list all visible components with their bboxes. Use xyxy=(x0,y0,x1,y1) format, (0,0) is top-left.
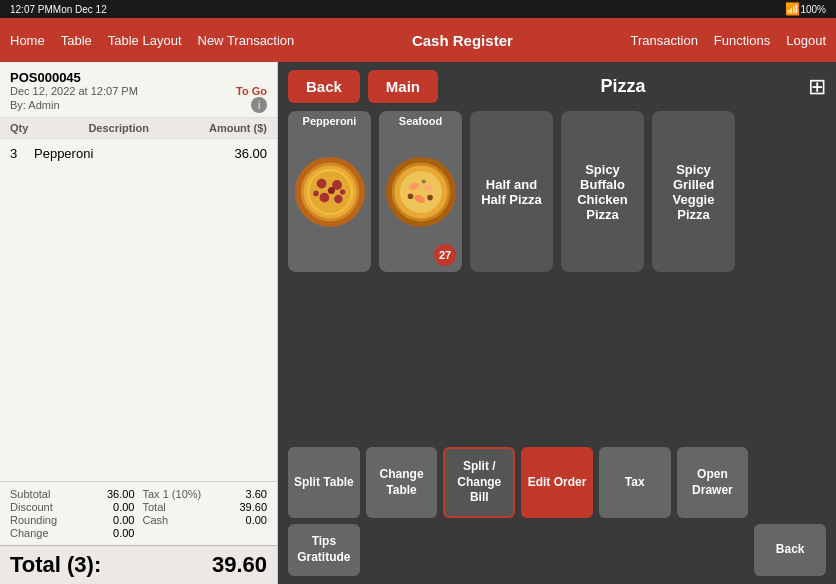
battery-status: 100% xyxy=(800,4,826,15)
change-table-button[interactable]: Change Table xyxy=(366,447,438,518)
spacer xyxy=(278,280,836,441)
back-button[interactable]: Back xyxy=(288,70,360,103)
wifi-icon: 📶 xyxy=(785,2,800,16)
svg-point-5 xyxy=(316,178,326,188)
subtotal-label: Subtotal xyxy=(10,488,99,500)
pizza-label-spicy-grilled: Spicy Grilled Veggie Pizza xyxy=(660,162,727,222)
split-change-bill-button[interactable]: Split / Change Bill xyxy=(443,447,515,518)
tax-value: 3.60 xyxy=(239,488,267,500)
tax-label: Tax 1 (10%) xyxy=(143,488,232,500)
empty-slot-4 xyxy=(521,524,593,576)
order-total-big: Total (3): 39.60 xyxy=(0,545,277,584)
category-title: Pizza xyxy=(446,76,800,97)
col-qty: Qty xyxy=(10,122,28,134)
main-layout: POS000045 Dec 12, 2022 at 12:07 PM To Go… xyxy=(0,62,836,584)
subtotal-value: 36.00 xyxy=(107,488,135,500)
change-value: 0.00 xyxy=(107,527,135,539)
total-big-value: 39.60 xyxy=(212,552,267,578)
nav-home[interactable]: Home xyxy=(10,33,45,48)
rounding-label: Rounding xyxy=(10,514,99,526)
back-bottom-button[interactable]: Back xyxy=(754,524,826,576)
pizza-label-half-half: Half and Half Pizza xyxy=(478,177,545,207)
svg-point-9 xyxy=(327,187,334,194)
svg-point-19 xyxy=(407,193,413,199)
pizza-label-pepperoni: Pepperoni xyxy=(288,111,371,127)
edit-order-button[interactable]: Edit Order xyxy=(521,447,593,518)
pizza-label-spicy-buffalo: Spicy Buffalo Chicken Pizza xyxy=(569,162,636,222)
order-admin-row: By: Admin i xyxy=(10,97,267,113)
order-date: Dec 12, 2022 at 12:07 PM xyxy=(10,85,138,97)
svg-point-21 xyxy=(421,179,425,183)
order-type: To Go xyxy=(236,85,267,97)
change-label: Change xyxy=(10,527,99,539)
discount-label: Discount xyxy=(10,501,99,513)
item-desc: Pepperoni xyxy=(34,146,234,161)
main-button[interactable]: Main xyxy=(368,70,438,103)
info-icon[interactable]: i xyxy=(251,97,267,113)
system-bar: 12:07 PM Mon Dec 12 📶 100% xyxy=(0,0,836,18)
nav-functions[interactable]: Functions xyxy=(714,33,770,48)
empty-slot-5 xyxy=(599,524,671,576)
empty-slot-2 xyxy=(366,524,438,576)
empty-slot xyxy=(743,111,826,272)
order-id: POS000045 xyxy=(10,70,267,85)
order-totals: Subtotal 36.00 Tax 1 (10%) 3.60 Discount… xyxy=(0,481,277,545)
order-panel: POS000045 Dec 12, 2022 at 12:07 PM To Go… xyxy=(0,62,278,584)
total-big-label: Total (3): xyxy=(10,552,101,578)
system-time: 12:07 PM xyxy=(10,4,53,15)
svg-point-11 xyxy=(339,189,345,195)
order-meta: Dec 12, 2022 at 12:07 PM To Go xyxy=(10,85,267,97)
top-nav: Home Table Table Layout New Transaction … xyxy=(0,18,836,62)
app-title: Cash Register xyxy=(412,32,513,49)
system-date: Mon Dec 12 xyxy=(53,4,107,15)
cash-label: Cash xyxy=(143,514,232,526)
nav-transaction[interactable]: Transaction xyxy=(630,33,697,48)
col-desc: Description xyxy=(88,122,149,134)
nav-right: Transaction Functions Logout xyxy=(630,33,826,48)
svg-point-14 xyxy=(400,171,442,213)
svg-point-10 xyxy=(313,190,319,196)
pizza-item-seafood[interactable]: Seafood 2 xyxy=(379,111,462,272)
right-panel: Back Main Pizza ⊞ Pepperoni xyxy=(278,62,836,584)
pizza-item-spicy-buffalo[interactable]: Spicy Buffalo Chicken Pizza xyxy=(561,111,644,272)
nav-table-layout[interactable]: Table Layout xyxy=(108,33,182,48)
empty-action xyxy=(754,447,826,518)
bottom-bar: Split Table Change Table Split / Change … xyxy=(278,441,836,524)
split-table-button[interactable]: Split Table xyxy=(288,447,360,518)
barcode-icon[interactable]: ⊞ xyxy=(808,74,826,100)
pizza-grid: Pepperoni xyxy=(278,111,836,280)
pizza-item-spicy-grilled[interactable]: Spicy Grilled Veggie Pizza xyxy=(652,111,735,272)
nav-table[interactable]: Table xyxy=(61,33,92,48)
item-qty: 3 xyxy=(10,146,34,161)
col-amount: Amount ($) xyxy=(209,122,267,134)
nav-left: Home Table Table Layout New Transaction xyxy=(10,33,294,48)
svg-point-20 xyxy=(427,194,433,200)
svg-point-7 xyxy=(319,192,329,202)
order-meta-right: To Go xyxy=(236,85,267,97)
order-admin: By: Admin xyxy=(10,99,60,111)
empty-slot-6 xyxy=(677,524,749,576)
item-amount: 36.00 xyxy=(234,146,267,161)
total-label: Total xyxy=(143,501,232,513)
rounding-value: 0.00 xyxy=(107,514,135,526)
pizza-label-seafood: Seafood xyxy=(379,111,462,127)
open-drawer-button[interactable]: Open Drawer xyxy=(677,447,749,518)
bottom-bar-2: Tips Gratitude Back xyxy=(278,524,836,584)
seafood-badge: 27 xyxy=(434,244,456,266)
cash-value: 0.00 xyxy=(239,514,267,526)
col-headers: Qty Description Amount ($) xyxy=(0,118,277,139)
total-value: 39.60 xyxy=(239,501,267,513)
right-header: Back Main Pizza ⊞ xyxy=(278,62,836,111)
order-items: 3 Pepperoni 36.00 xyxy=(0,139,277,481)
pizza-item-pepperoni[interactable]: Pepperoni xyxy=(288,111,371,272)
tips-gratitude-button[interactable]: Tips Gratitude xyxy=(288,524,360,576)
svg-point-8 xyxy=(334,194,342,202)
discount-value: 0.00 xyxy=(107,501,135,513)
nav-logout[interactable]: Logout xyxy=(786,33,826,48)
tax-button[interactable]: Tax xyxy=(599,447,671,518)
totals-grid: Subtotal 36.00 Tax 1 (10%) 3.60 Discount… xyxy=(10,488,267,539)
table-row[interactable]: 3 Pepperoni 36.00 xyxy=(0,143,277,164)
order-header: POS000045 Dec 12, 2022 at 12:07 PM To Go… xyxy=(0,62,277,118)
pizza-item-half-half[interactable]: Half and Half Pizza xyxy=(470,111,553,272)
nav-new-transaction[interactable]: New Transaction xyxy=(198,33,295,48)
